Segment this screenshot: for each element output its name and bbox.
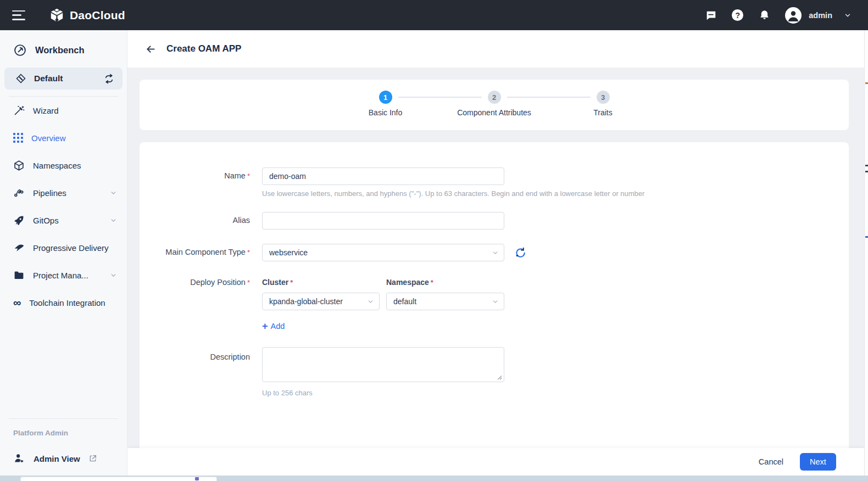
scrollbar-mark xyxy=(865,165,868,166)
step-component-attributes: 2 Component Attributes xyxy=(488,91,501,104)
daocloud-cube-icon xyxy=(49,8,64,23)
step-label: Basic Info xyxy=(369,108,402,117)
step-number: 2 xyxy=(488,91,501,104)
select-value: kpanda-global-cluster xyxy=(269,297,343,306)
step-label: Traits xyxy=(593,108,612,117)
chevron-down-icon xyxy=(110,189,117,197)
user-avatar[interactable] xyxy=(785,7,802,24)
workspace-name: Default xyxy=(34,74,96,83)
messages-icon[interactable] xyxy=(705,9,717,21)
user-menu-chevron-icon[interactable] xyxy=(844,12,852,19)
switch-workspace-icon[interactable] xyxy=(103,73,115,85)
cluster-select[interactable]: kpanda-global-cluster xyxy=(262,293,380,310)
chevron-down-icon xyxy=(492,249,499,256)
workspace-selector-default[interactable]: Default xyxy=(4,68,123,90)
step-number: 3 xyxy=(597,91,610,104)
admin-view-label: Admin View xyxy=(34,454,80,463)
back-arrow-icon[interactable] xyxy=(145,43,157,55)
name-field-label: Name* xyxy=(140,167,262,185)
stepper-card: 1 Basic Info 2 Component Attributes 3 Tr… xyxy=(140,80,849,130)
form-row-name: Name* xyxy=(140,167,849,185)
add-deploy-position-button[interactable]: + Add xyxy=(262,321,285,331)
main-component-type-label: Main Component Type* xyxy=(140,244,262,261)
add-label: Add xyxy=(271,322,285,331)
pipeline-icon xyxy=(13,187,25,199)
main-component-type-select[interactable]: webservice xyxy=(262,244,504,261)
required-marker: * xyxy=(247,172,250,180)
deploy-position-label: Deploy Position* xyxy=(140,278,262,310)
infinity-icon: ∞ xyxy=(13,297,21,308)
select-value: default xyxy=(393,297,416,306)
step-connector xyxy=(398,97,482,98)
required-marker: * xyxy=(431,278,433,287)
chevron-down-icon xyxy=(367,298,374,305)
rocket-icon xyxy=(13,215,25,226)
name-input[interactable] xyxy=(262,167,504,185)
notifications-bell-icon[interactable] xyxy=(758,9,770,21)
wand-icon xyxy=(13,105,25,116)
sidebar-item-progressive-delivery[interactable]: Progressive Delivery xyxy=(0,234,127,261)
admin-user-icon xyxy=(13,452,25,465)
description-textarea[interactable] xyxy=(262,347,504,382)
select-value: webservice xyxy=(269,248,308,257)
required-marker: * xyxy=(290,278,293,287)
brand-logo[interactable]: DaoCloud xyxy=(49,8,125,23)
sidebar-item-overview[interactable]: Overview xyxy=(0,124,127,152)
refresh-component-types-icon[interactable] xyxy=(514,247,527,259)
namespace-label: Namespace* xyxy=(386,278,504,287)
namespace-select[interactable]: default xyxy=(386,293,504,310)
required-marker: * xyxy=(247,278,250,287)
bird-icon xyxy=(13,242,25,254)
sidebar-item-project-management[interactable]: Project Mana... xyxy=(0,261,127,289)
alias-input[interactable] xyxy=(262,212,504,230)
bottom-scroll-thumb[interactable] xyxy=(20,477,217,481)
step-connector xyxy=(507,97,591,98)
bottom-scroll-strip[interactable] xyxy=(0,476,868,481)
scrollbar-mark xyxy=(865,171,868,172)
name-helper-text: Use lowercase letters, numbers, and hyph… xyxy=(262,189,849,198)
stepper: 1 Basic Info 2 Component Attributes 3 Tr… xyxy=(379,91,610,104)
page-header: Create OAM APP xyxy=(127,30,864,68)
folder-icon xyxy=(13,270,25,281)
page-title: Create OAM APP xyxy=(166,43,241,54)
sidebar-item-admin-view[interactable]: Admin View xyxy=(0,445,127,472)
bottom-strip-glyph xyxy=(195,477,199,480)
sidebar-divider xyxy=(9,418,118,419)
sidebar-item-toolchain-integration[interactable]: ∞ Toolchain Integration xyxy=(0,289,127,316)
description-helper-text: Up to 256 chars xyxy=(262,389,849,397)
sidebar-item-gitops[interactable]: GitOps xyxy=(0,206,127,234)
chevron-down-icon xyxy=(492,298,499,305)
chevron-down-icon xyxy=(110,217,117,224)
cluster-field-group: Cluster* kpanda-global-cluster xyxy=(262,278,380,310)
sidebar: Workbench Default Wizard Overview xyxy=(0,30,127,476)
help-icon[interactable]: ? xyxy=(732,9,743,21)
alias-field-label: Alias xyxy=(140,212,262,230)
brand-name: DaoCloud xyxy=(70,9,125,22)
chevron-down-icon xyxy=(110,272,117,279)
namespace-field-group: Namespace* default xyxy=(386,278,504,310)
workbench-icon xyxy=(13,43,27,57)
step-number: 1 xyxy=(379,91,392,104)
cube-icon xyxy=(13,160,25,171)
plus-icon: + xyxy=(262,321,268,331)
sidebar-item-workbench[interactable]: Workbench xyxy=(0,39,127,61)
scrollbar-mark xyxy=(865,236,868,238)
step-label: Component Attributes xyxy=(457,108,531,117)
menu-toggle-icon[interactable] xyxy=(12,10,26,20)
form-row-main-component-type: Main Component Type* webservice xyxy=(140,244,849,261)
vertical-scrollbar[interactable] xyxy=(864,30,868,476)
form-row-alias: Alias xyxy=(140,212,849,230)
username-label: admin xyxy=(809,11,832,20)
workspace-icon xyxy=(15,73,26,84)
description-label: Description xyxy=(140,347,262,384)
topbar: DaoCloud ? admin xyxy=(0,0,868,30)
sidebar-item-pipelines[interactable]: Pipelines xyxy=(0,179,127,206)
next-button[interactable]: Next xyxy=(800,453,836,471)
form-row-deploy-position: Deploy Position* Cluster* kpanda-global-… xyxy=(140,278,849,310)
sidebar-item-namespaces[interactable]: Namespaces xyxy=(0,152,127,179)
sidebar-item-wizard[interactable]: Wizard xyxy=(0,97,127,124)
grid-overview-icon xyxy=(13,133,23,143)
scrollbar-mark xyxy=(865,82,868,84)
step-basic-info: 1 Basic Info xyxy=(379,91,392,104)
cancel-button[interactable]: Cancel xyxy=(759,457,783,466)
